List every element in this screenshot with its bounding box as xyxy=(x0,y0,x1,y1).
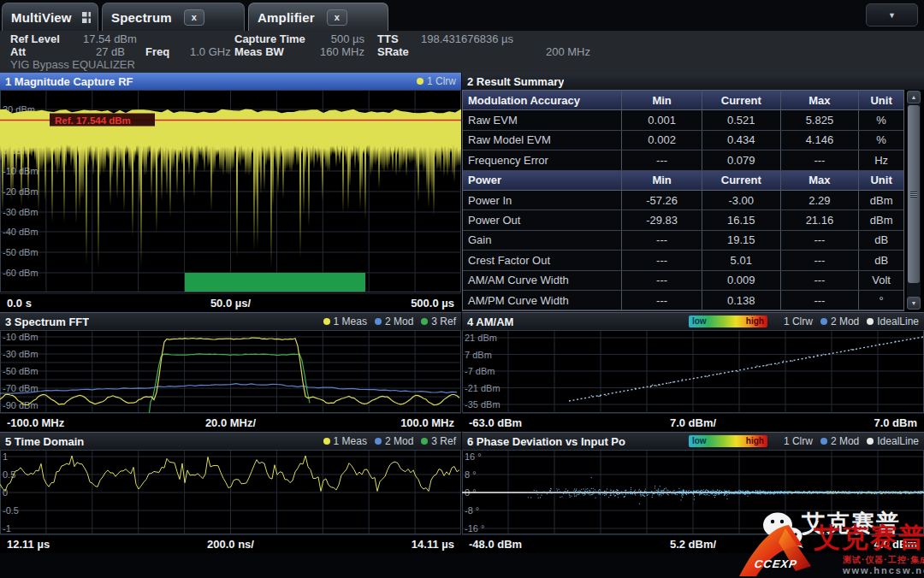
window-title-bar[interactable]: 4 AM/AM low high 1 Clrw2 ModIdealLine xyxy=(462,313,924,330)
x-axis-end-label: 14.11 µs xyxy=(412,538,454,551)
analyzer-screen: MultiView Spectrum x Amplifier x ▼ Ref L… xyxy=(0,0,924,578)
cell-value: Current xyxy=(702,91,781,110)
tts-label: TTS xyxy=(377,33,399,45)
y-axis-label: 21 dBm xyxy=(465,333,497,343)
window-title: 4 AM/AM xyxy=(467,316,513,328)
row-label: Raw Model EVM xyxy=(463,131,622,150)
cell-value: Unit xyxy=(859,91,903,110)
trace-dot xyxy=(323,318,330,325)
row-label: Power In xyxy=(463,191,622,210)
x-axis-row: 12.11 µs 200.0 ns/ 14.11 µs xyxy=(0,534,461,553)
window-title: 3 Spectrum FFT xyxy=(5,316,89,328)
trace-dot xyxy=(421,438,428,445)
cell-value: Max xyxy=(781,91,860,110)
cell-value: --- xyxy=(781,231,860,251)
srate-value: 200 MHz xyxy=(513,46,590,58)
cell-value: 19.15 xyxy=(702,231,781,251)
tab-spectrum[interactable]: Spectrum x xyxy=(102,3,245,31)
srate-label: SRate xyxy=(377,46,409,58)
am-am-plot: 21 dBm7 dBm-7 dBm-21 dBm-35 dBm xyxy=(462,330,924,413)
cell-value: Volt xyxy=(859,271,903,291)
x-axis-row: 0.0 s 50.0 µs/ 500.0 µs xyxy=(0,293,461,312)
cell-value: --- xyxy=(622,150,702,170)
table-row: Gain---19.15---dB xyxy=(463,231,903,251)
window-title-bar[interactable]: 1 Magnitude Capture RF 1 Clrw xyxy=(0,73,461,90)
y-axis-label: -8 ° xyxy=(465,505,479,516)
trace-dot xyxy=(417,78,424,85)
row-label: Frequency Error xyxy=(463,150,622,170)
y-axis-label: -1 xyxy=(3,523,11,534)
y-axis-label: -40 dBm xyxy=(3,227,38,237)
window-title-bar[interactable]: 5 Time Domain 1 Meas2 Mod3 Ref xyxy=(0,433,461,450)
table-row: Raw EVM0.0010.5215.825% xyxy=(463,110,903,130)
close-icon[interactable]: x xyxy=(184,9,204,26)
legend-entry: IdealLine xyxy=(867,316,919,327)
ref-level-value: 17.54 dBm xyxy=(83,33,137,45)
legend-entry: 1 Clrw xyxy=(417,75,456,87)
cell-value: -3.00 xyxy=(702,191,781,210)
x-axis-scale-label: 200.0 ns/ xyxy=(207,538,254,551)
y-axis-label: 1 xyxy=(3,451,8,462)
cell-value: 0.009 xyxy=(702,271,781,291)
row-label: Power Out xyxy=(463,210,622,230)
trace-dot xyxy=(867,318,874,325)
cell-value: 16.15 xyxy=(702,210,781,230)
tab-multiview[interactable]: MultiView xyxy=(2,3,98,31)
cell-value: --- xyxy=(622,251,702,270)
cell-value: 0.434 xyxy=(702,131,781,150)
cell-value: --- xyxy=(781,291,860,310)
trace-legend: 1 Clrw xyxy=(417,75,456,87)
window-spectrum-fft: 3 Spectrum FFT 1 Meas2 Mod3 Ref -10 dBm-… xyxy=(0,313,461,432)
cell-value: 5.01 xyxy=(702,251,781,270)
cell-value: --- xyxy=(781,251,860,270)
trace-dot xyxy=(867,438,874,445)
x-axis-start-label: -100.0 MHz xyxy=(7,416,64,429)
tts-value: 198.431676836 µs xyxy=(421,33,513,45)
y-axis-label: -7 dBm xyxy=(465,366,495,376)
cell-value: -57.26 xyxy=(622,191,702,210)
cell-value: --- xyxy=(781,271,860,291)
legend-entry: 1 Meas xyxy=(323,435,367,447)
ref-level-line-label: Ref. 17.544 dBm xyxy=(55,115,131,126)
window-title-bar[interactable]: 2 Result Summary xyxy=(462,73,924,90)
row-label: Raw EVM xyxy=(463,110,622,130)
table-scrollbar[interactable]: ▲ ▼ xyxy=(907,91,921,310)
scroll-up-button[interactable]: ▲ xyxy=(907,91,921,103)
capture-time-value: 500 µs xyxy=(325,33,364,45)
cell-value: 0.079 xyxy=(702,150,781,170)
cell-value: -29.83 xyxy=(622,210,702,230)
window-dropdown-button[interactable]: ▼ xyxy=(866,3,918,27)
window-time-domain: 5 Time Domain 1 Meas2 Mod3 Ref 10.50-0.5… xyxy=(0,433,461,553)
cell-value: dB xyxy=(859,251,903,270)
y-axis-label: 7 dBm xyxy=(465,350,492,360)
window-title-bar[interactable]: 6 Phase Deviation vs Input Po low high 1… xyxy=(462,433,924,450)
bottom-band xyxy=(0,553,924,578)
analysis-interval-bar xyxy=(185,273,365,292)
window-title: 2 Result Summary xyxy=(467,75,564,88)
scale-high-label: high xyxy=(746,437,764,445)
tab-label: Spectrum xyxy=(111,10,172,25)
table-row: Power In-57.26-3.002.29dBm xyxy=(463,191,903,210)
y-axis-label: -30 dBm xyxy=(3,349,38,359)
ref-level-label: Ref Level xyxy=(10,33,60,45)
close-icon[interactable]: x xyxy=(327,9,347,26)
legend-entry: 3 Ref xyxy=(421,316,456,327)
x-axis-start-label: 0.0 s xyxy=(7,297,32,310)
scrollbar-thumb[interactable] xyxy=(908,105,920,283)
row-label: AM/AM Curve Width xyxy=(463,271,622,291)
x-axis-end-label: 500.0 µs xyxy=(411,297,454,310)
magnitude-capture-plot: 20 dBm10 dBm0 dBm-10 dBm-20 dBm-30 dBm-4… xyxy=(0,90,461,292)
scroll-down-button[interactable]: ▼ xyxy=(907,297,921,310)
cell-value: % xyxy=(859,110,903,130)
tab-amplifier[interactable]: Amplifier x xyxy=(248,3,388,31)
y-axis-label: -10 dBm xyxy=(3,166,38,176)
table-row: AM/PM Curve Width---0.138---° xyxy=(463,291,903,310)
window-title: 6 Phase Deviation vs Input Po xyxy=(467,435,625,448)
cell-value: --- xyxy=(781,150,860,170)
cell-value: 2.29 xyxy=(781,191,860,210)
window-title-bar[interactable]: 3 Spectrum FFT 1 Meas2 Mod3 Ref xyxy=(0,313,461,330)
cell-value: Unit xyxy=(859,171,903,191)
cell-value: Hz xyxy=(859,150,903,170)
trace-dot xyxy=(375,438,382,445)
cell-value: 21.16 xyxy=(781,210,860,230)
